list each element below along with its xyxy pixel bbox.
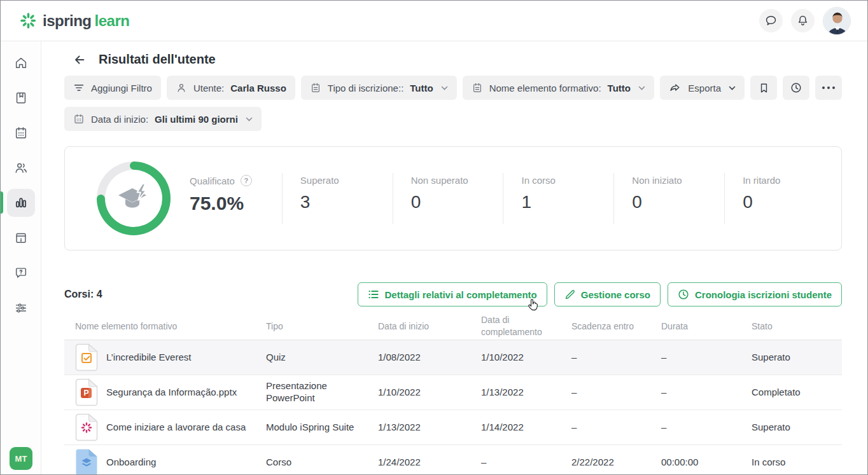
bar-chart-icon: [14, 196, 28, 210]
column-header[interactable]: Durata: [661, 320, 752, 333]
ispring-logo[interactable]: ispringlearn: [20, 12, 129, 30]
bookmark-icon: [758, 82, 770, 94]
user-avatar[interactable]: [823, 7, 851, 35]
enrollment-type-filter-chip[interactable]: Tipo di iscrizione::Tutto: [301, 76, 457, 100]
stat-overdue: In ritardo 0: [724, 173, 835, 224]
stat-value: 0: [411, 192, 503, 212]
home-icon: [14, 56, 28, 70]
calendar-icon: [14, 126, 28, 140]
stat-not-started: Non iniziato 0: [613, 173, 724, 224]
chevron-down-icon: [246, 117, 253, 121]
chip-label: Tipo di iscrizione::: [328, 83, 404, 93]
column-header[interactable]: Data di completamento: [481, 314, 571, 338]
sidebar-item-catalog[interactable]: [1, 220, 41, 255]
stat-label: Qualificato: [190, 176, 235, 186]
sidebar-user-badge[interactable]: MT: [10, 447, 32, 470]
topbar-right: [759, 7, 867, 35]
list-icon: [368, 289, 379, 300]
sidebar-item-calendar[interactable]: [1, 115, 41, 150]
status: Superato: [752, 422, 842, 434]
sidebar-item-courses[interactable]: [1, 80, 41, 115]
due-date: –: [571, 387, 661, 399]
stat-label: Superato: [300, 175, 393, 186]
table-row[interactable]: Onboarding Corso 1/24/2022 – 2/22/2022 0…: [64, 445, 842, 474]
column-header[interactable]: Data di inizio: [378, 320, 481, 333]
start-date: 1/10/2022: [378, 387, 481, 399]
stat-passed: Superato 3: [282, 173, 393, 224]
column-header[interactable]: Nome elemento formativo: [64, 320, 266, 333]
add-filter-chip[interactable]: Aggiungi Filtro: [64, 76, 161, 100]
chip-value: Gli ultimi 90 giorni: [155, 114, 238, 125]
duration: 00:00:00: [661, 457, 752, 469]
completion-date: 1/10/2022: [481, 352, 571, 364]
quiz-file-icon: [75, 343, 98, 371]
column-header[interactable]: Scadenza entro: [571, 320, 661, 333]
bell-icon: [796, 14, 809, 27]
chip-label: Nome elemento formativo:: [489, 83, 601, 93]
manage-course-button[interactable]: Gestione corso: [554, 282, 661, 306]
table-row[interactable]: L’incredibile Everest Quiz 1/08/2022 1/1…: [64, 340, 842, 375]
status: Completato: [752, 387, 842, 399]
stat-value: 0: [743, 192, 835, 212]
filter-icon: [73, 82, 85, 93]
sidebar-item-help[interactable]: [1, 255, 41, 290]
courses-toolbar: Corsi: 4 Dettagli relativi al completame…: [64, 282, 842, 306]
stat-qualified: Qualificato? 75.0%: [190, 173, 282, 224]
help-icon[interactable]: ?: [241, 175, 252, 186]
chevron-down-icon: [441, 86, 448, 90]
powerpoint-letter: P: [81, 388, 92, 398]
course-name: Segurança da Informação.pptx: [106, 387, 237, 399]
sidebar-item-users[interactable]: [1, 150, 41, 185]
sidebar: MT: [1, 41, 41, 474]
stat-label: Non superato: [411, 175, 503, 186]
export-button[interactable]: Esporta: [660, 76, 745, 100]
sidebar-item-home[interactable]: [1, 45, 41, 80]
chat-icon: [764, 14, 778, 27]
bookmark-button[interactable]: [750, 76, 777, 100]
ring-cap: [97, 195, 105, 203]
clipboard-icon: [472, 82, 483, 93]
column-header[interactable]: Tipo: [266, 320, 378, 333]
due-date: –: [571, 352, 661, 364]
duration: –: [661, 422, 752, 434]
user-filter-chip[interactable]: Utente:Carla Russo: [167, 76, 295, 100]
stat-value: 1: [521, 192, 613, 212]
filter-row-1: Aggiungi Filtro Utente:Carla Russo Tipo …: [64, 76, 842, 100]
back-button[interactable]: [73, 53, 87, 67]
item-name-filter-chip[interactable]: Nome elemento formativo:Tutto: [463, 76, 654, 100]
notifications-button[interactable]: [791, 9, 815, 32]
main-content: Risultati dell'utente Aggiungi Filtro Ut…: [41, 41, 867, 474]
sidebar-item-settings[interactable]: [1, 290, 41, 325]
info-card-icon: [14, 231, 28, 245]
chip-label: Aggiungi Filtro: [91, 83, 152, 93]
start-date-filter-chip[interactable]: Data di inizio:Gli ultimi 90 giorni: [64, 107, 262, 131]
app-window: ispringlearn: [0, 0, 868, 475]
history-button[interactable]: [783, 76, 809, 100]
stat-label: Non iniziato: [632, 175, 724, 186]
clock-icon: [678, 289, 689, 300]
stat-value: 3: [300, 192, 393, 212]
chat-button[interactable]: [759, 9, 783, 32]
progress-ring: [97, 162, 171, 235]
table-row[interactable]: P Segurança da Informação.pptx Presentaz…: [64, 375, 842, 410]
enrollment-history-button[interactable]: Cronologia iscrizioni studente: [668, 282, 842, 306]
logo-text-primary: ispring: [43, 12, 92, 29]
duration: –: [661, 387, 752, 399]
clipboard-icon: [310, 82, 321, 93]
logo-text-secondary: learn: [95, 12, 130, 29]
topbar: ispringlearn: [1, 1, 867, 41]
completion-date: 1/14/2022: [481, 422, 571, 434]
user-avatar-photo: [823, 8, 851, 35]
column-header[interactable]: Stato: [752, 320, 842, 333]
calendar-icon: [73, 113, 85, 125]
results-summary-card: Qualificato? 75.0% Superato 3 Non supera…: [64, 146, 842, 251]
sliders-icon: [14, 301, 28, 315]
completion-details-button[interactable]: Dettagli relativi al completamento: [358, 282, 547, 306]
more-options-button[interactable]: [815, 76, 842, 100]
ring-cap: [130, 162, 138, 170]
chevron-down-icon: [729, 86, 736, 90]
sidebar-item-reports[interactable]: [1, 185, 41, 220]
table-row[interactable]: Come iniziare a lavorare da casa Modulo …: [64, 410, 842, 445]
courses-table: Nome elemento formativo Tipo Data di ini…: [64, 313, 842, 474]
pencil-icon: [564, 289, 575, 300]
